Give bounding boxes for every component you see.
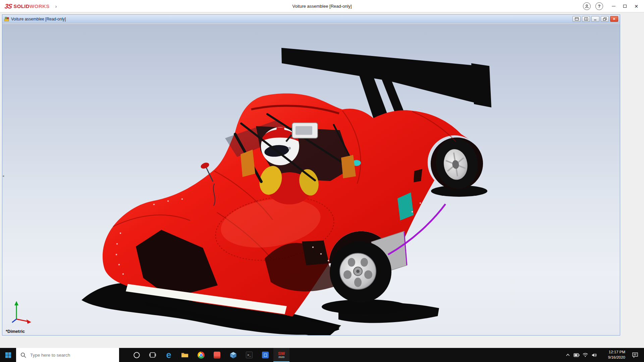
maximize-icon	[623, 5, 627, 8]
logo-works-text: WORKS	[30, 3, 50, 9]
question-mark-icon: ?	[598, 4, 601, 9]
3ds-logo-mark: 3S	[4, 3, 12, 10]
window-split-icon	[584, 17, 588, 20]
action-center-button[interactable]	[629, 348, 641, 362]
clock-time: 12:17 PM	[600, 350, 625, 355]
chrome-button[interactable]	[193, 348, 209, 362]
x-axis-arrow	[26, 319, 31, 324]
search-input[interactable]	[16, 348, 119, 362]
orientation-triad	[8, 298, 36, 326]
person-icon	[585, 4, 589, 8]
chrome-icon	[198, 352, 205, 359]
solidworks-taskbar-button[interactable]: SW 2020	[273, 348, 289, 362]
user-account-icon[interactable]	[583, 2, 591, 10]
solidworks-2020-icon: SW 2020	[278, 351, 285, 359]
folder-icon	[181, 352, 189, 358]
chevron-up-icon	[566, 353, 570, 357]
graphics-viewport[interactable]: *Dimetric ◂	[2, 24, 620, 335]
solidworks-logo: 3S SOLIDWORKS ›	[5, 0, 57, 12]
task-view-button[interactable]	[145, 348, 161, 362]
cube-app-icon	[230, 352, 237, 359]
y-axis-arrow	[14, 301, 18, 305]
taskbar-search[interactable]	[16, 348, 119, 362]
app-titlebar: 3S SOLIDWORKS › Voiture assemblee [Read-…	[0, 0, 644, 12]
side-vent-dark	[414, 169, 422, 182]
app-window-title: Voiture assemblee [Read-only]	[0, 0, 644, 12]
clock-date: 9/16/2020	[600, 355, 625, 360]
windows-taskbar: e >_ SW	[0, 348, 644, 362]
document-window: Voiture assemblee [Read-only]	[2, 14, 620, 336]
help-button[interactable]: ?	[595, 2, 603, 10]
taskbar-clock[interactable]: 12:17 PM 9/16/2020	[600, 350, 625, 360]
volume-indicator[interactable]	[590, 348, 598, 362]
task-view-icon	[149, 352, 156, 358]
window-layout-icon	[575, 17, 579, 20]
start-button[interactable]	[0, 348, 16, 362]
command-prompt-icon: >_	[246, 352, 253, 358]
tray-show-hidden-icons[interactable]	[564, 348, 572, 362]
edge-icon: e	[166, 351, 171, 360]
doc-minimize-button[interactable]	[591, 16, 599, 22]
doc-restore-button[interactable]	[601, 16, 609, 22]
document-titlebar[interactable]: Voiture assemblee [Read-only]	[2, 15, 620, 23]
menu-expand-arrow[interactable]: ›	[55, 3, 57, 9]
app-close-button[interactable]: ✕	[631, 0, 642, 12]
blue-app-button[interactable]	[257, 348, 273, 362]
command-prompt-button[interactable]: >_	[241, 348, 257, 362]
windows-logo-icon	[5, 352, 11, 358]
blue-app-icon	[262, 352, 269, 358]
app-minimize-button[interactable]	[608, 0, 619, 12]
file-explorer-button[interactable]	[177, 348, 193, 362]
wifi-icon	[583, 353, 588, 357]
cube-app-button[interactable]	[225, 348, 241, 362]
doc-window-button-1[interactable]	[573, 16, 581, 22]
app-maximize-button[interactable]	[619, 0, 631, 12]
restore-icon	[603, 17, 607, 21]
viewport-canvas[interactable]	[2, 24, 620, 335]
speaker-icon	[592, 353, 597, 357]
red-app-icon	[214, 352, 220, 359]
doc-window-button-2[interactable]	[582, 16, 590, 22]
view-orientation-label: *Dimetric	[6, 329, 25, 334]
cortana-button[interactable]	[128, 348, 145, 362]
z-axis-arrow	[12, 319, 16, 322]
rear-right-wheel[interactable]	[432, 135, 481, 192]
edge-button[interactable]: e	[161, 348, 177, 362]
red-app-button[interactable]	[209, 348, 225, 362]
doc-close-button[interactable]: ✕	[610, 16, 618, 22]
notification-icon	[632, 352, 638, 358]
battery-indicator[interactable]	[572, 348, 581, 362]
logo-solid-text: SOLID	[13, 3, 30, 9]
assembly-document-icon	[4, 16, 9, 22]
minimize-icon	[594, 17, 597, 20]
cortana-icon	[133, 352, 140, 359]
search-icon	[20, 352, 26, 358]
minimize-icon	[612, 6, 615, 6]
document-title: Voiture assemblee [Read-only]	[11, 17, 66, 21]
rear-left-wheel[interactable]	[330, 241, 391, 303]
network-indicator[interactable]	[581, 348, 590, 362]
battery-icon	[574, 353, 580, 357]
app-client-area: Voiture assemblee [Read-only]	[0, 13, 644, 348]
panel-collapse-arrow[interactable]: ◂	[2, 174, 4, 178]
